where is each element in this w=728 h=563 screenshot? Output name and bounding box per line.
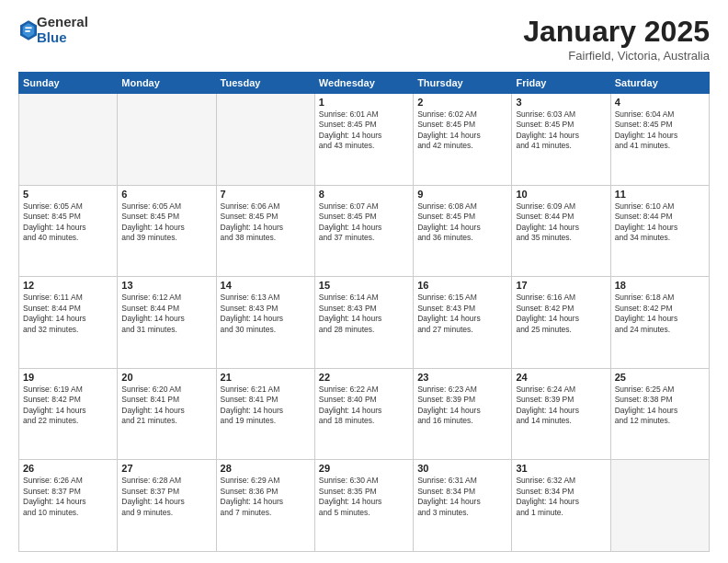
day-number: 2: [417, 97, 507, 108]
col-thursday: Thursday: [414, 73, 512, 94]
col-sunday: Sunday: [19, 73, 118, 94]
day-number: 12: [23, 280, 113, 291]
day-number: 19: [23, 372, 113, 383]
table-row: 16Sunrise: 6:15 AMSunset: 8:43 PMDayligh…: [414, 277, 512, 369]
table-row: [118, 94, 216, 186]
table-row: 15Sunrise: 6:14 AMSunset: 8:43 PMDayligh…: [314, 277, 413, 369]
col-friday: Friday: [512, 73, 610, 94]
table-row: 19Sunrise: 6:19 AMSunset: 8:42 PMDayligh…: [19, 368, 118, 460]
table-row: [19, 94, 118, 186]
col-monday: Monday: [118, 73, 216, 94]
day-number: 4: [615, 97, 705, 108]
cell-info: Sunrise: 6:04 AMSunset: 8:45 PMDaylight:…: [615, 109, 705, 152]
table-row: 22Sunrise: 6:22 AMSunset: 8:40 PMDayligh…: [314, 368, 413, 460]
day-number: 30: [417, 463, 507, 474]
table-row: 10Sunrise: 6:09 AMSunset: 8:44 PMDayligh…: [512, 185, 610, 277]
table-row: 1Sunrise: 6:01 AMSunset: 8:45 PMDaylight…: [314, 94, 413, 186]
table-row: 7Sunrise: 6:06 AMSunset: 8:45 PMDaylight…: [216, 185, 314, 277]
table-row: 18Sunrise: 6:18 AMSunset: 8:42 PMDayligh…: [610, 277, 709, 369]
cell-info: Sunrise: 6:10 AMSunset: 8:44 PMDaylight:…: [615, 201, 705, 244]
cell-info: Sunrise: 6:09 AMSunset: 8:44 PMDaylight:…: [516, 201, 606, 244]
table-row: 4Sunrise: 6:04 AMSunset: 8:45 PMDaylight…: [610, 94, 709, 186]
logo: General Blue: [18, 15, 88, 45]
day-number: 5: [23, 189, 113, 200]
table-row: 17Sunrise: 6:16 AMSunset: 8:42 PMDayligh…: [512, 277, 610, 369]
table-row: 13Sunrise: 6:12 AMSunset: 8:44 PMDayligh…: [118, 277, 216, 369]
day-number: 10: [516, 189, 606, 200]
header: General Blue January 2025 Fairfield, Vic…: [18, 15, 710, 63]
table-row: 8Sunrise: 6:07 AMSunset: 8:45 PMDaylight…: [314, 185, 413, 277]
day-number: 27: [121, 463, 211, 474]
day-number: 9: [417, 189, 507, 200]
table-row: 21Sunrise: 6:21 AMSunset: 8:41 PMDayligh…: [216, 368, 314, 460]
cell-info: Sunrise: 6:08 AMSunset: 8:45 PMDaylight:…: [417, 201, 507, 244]
table-row: 28Sunrise: 6:29 AMSunset: 8:36 PMDayligh…: [216, 460, 314, 552]
table-row: 31Sunrise: 6:32 AMSunset: 8:34 PMDayligh…: [512, 460, 610, 552]
cell-info: Sunrise: 6:16 AMSunset: 8:42 PMDaylight:…: [516, 293, 606, 335]
day-number: 6: [121, 189, 211, 200]
day-number: 16: [417, 280, 507, 291]
calendar-week-row: 12Sunrise: 6:11 AMSunset: 8:44 PMDayligh…: [19, 277, 710, 369]
day-number: 29: [319, 463, 409, 474]
day-number: 23: [417, 372, 507, 383]
calendar-week-row: 19Sunrise: 6:19 AMSunset: 8:42 PMDayligh…: [19, 368, 710, 460]
cell-info: Sunrise: 6:21 AMSunset: 8:41 PMDaylight:…: [221, 385, 311, 427]
day-number: 1: [319, 97, 409, 108]
table-row: 27Sunrise: 6:28 AMSunset: 8:37 PMDayligh…: [118, 460, 216, 552]
day-number: 7: [221, 189, 311, 200]
cell-info: Sunrise: 6:23 AMSunset: 8:39 PMDaylight:…: [417, 385, 507, 427]
table-row: 25Sunrise: 6:25 AMSunset: 8:38 PMDayligh…: [610, 368, 709, 460]
day-number: 8: [319, 189, 409, 200]
day-number: 28: [221, 463, 311, 474]
table-row: [216, 94, 314, 186]
day-number: 3: [516, 97, 606, 108]
title-block: January 2025 Fairfield, Victoria, Austra…: [523, 15, 710, 63]
day-number: 26: [23, 463, 113, 474]
cell-info: Sunrise: 6:11 AMSunset: 8:44 PMDaylight:…: [23, 293, 113, 335]
day-number: 15: [319, 280, 409, 291]
cell-info: Sunrise: 6:31 AMSunset: 8:34 PMDaylight:…: [417, 476, 507, 518]
cell-info: Sunrise: 6:24 AMSunset: 8:39 PMDaylight:…: [516, 385, 606, 427]
cell-info: Sunrise: 6:06 AMSunset: 8:45 PMDaylight:…: [221, 201, 311, 244]
table-row: 9Sunrise: 6:08 AMSunset: 8:45 PMDaylight…: [414, 185, 512, 277]
cell-info: Sunrise: 6:14 AMSunset: 8:43 PMDaylight:…: [319, 293, 409, 335]
cell-info: Sunrise: 6:28 AMSunset: 8:37 PMDaylight:…: [121, 476, 211, 518]
table-row: 3Sunrise: 6:03 AMSunset: 8:45 PMDaylight…: [512, 94, 610, 186]
calendar-week-row: 26Sunrise: 6:26 AMSunset: 8:37 PMDayligh…: [19, 460, 710, 552]
calendar-table: Sunday Monday Tuesday Wednesday Thursday…: [18, 72, 710, 552]
cell-info: Sunrise: 6:07 AMSunset: 8:45 PMDaylight:…: [319, 201, 409, 244]
cell-info: Sunrise: 6:22 AMSunset: 8:40 PMDaylight:…: [319, 385, 409, 427]
day-number: 21: [221, 372, 311, 383]
table-row: 30Sunrise: 6:31 AMSunset: 8:34 PMDayligh…: [414, 460, 512, 552]
cell-info: Sunrise: 6:02 AMSunset: 8:45 PMDaylight:…: [417, 109, 507, 152]
table-row: 12Sunrise: 6:11 AMSunset: 8:44 PMDayligh…: [19, 277, 118, 369]
table-row: 24Sunrise: 6:24 AMSunset: 8:39 PMDayligh…: [512, 368, 610, 460]
logo-blue-text: Blue: [37, 30, 88, 46]
cell-info: Sunrise: 6:19 AMSunset: 8:42 PMDaylight:…: [23, 385, 113, 427]
logo-general-text: General: [37, 15, 88, 30]
location: Fairfield, Victoria, Australia: [523, 49, 710, 63]
cell-info: Sunrise: 6:29 AMSunset: 8:36 PMDaylight:…: [221, 476, 311, 518]
day-number: 17: [516, 280, 606, 291]
month-title: January 2025: [523, 15, 710, 49]
cell-info: Sunrise: 6:15 AMSunset: 8:43 PMDaylight:…: [417, 293, 507, 335]
cell-info: Sunrise: 6:30 AMSunset: 8:35 PMDaylight:…: [319, 476, 409, 518]
day-number: 24: [516, 372, 606, 383]
day-number: 31: [516, 463, 606, 474]
table-row: 2Sunrise: 6:02 AMSunset: 8:45 PMDaylight…: [414, 94, 512, 186]
logo-text: General Blue: [37, 15, 88, 45]
cell-info: Sunrise: 6:13 AMSunset: 8:43 PMDaylight:…: [221, 293, 311, 335]
table-row: 5Sunrise: 6:05 AMSunset: 8:45 PMDaylight…: [19, 185, 118, 277]
day-number: 13: [121, 280, 211, 291]
day-number: 22: [319, 372, 409, 383]
cell-info: Sunrise: 6:32 AMSunset: 8:34 PMDaylight:…: [516, 476, 606, 518]
calendar-week-row: 5Sunrise: 6:05 AMSunset: 8:45 PMDaylight…: [19, 185, 710, 277]
cell-info: Sunrise: 6:20 AMSunset: 8:41 PMDaylight:…: [121, 385, 211, 427]
col-saturday: Saturday: [610, 73, 709, 94]
day-number: 18: [615, 280, 705, 291]
day-number: 25: [615, 372, 705, 383]
cell-info: Sunrise: 6:12 AMSunset: 8:44 PMDaylight:…: [121, 293, 211, 335]
table-row: 26Sunrise: 6:26 AMSunset: 8:37 PMDayligh…: [19, 460, 118, 552]
day-number: 11: [615, 189, 705, 200]
table-row: 14Sunrise: 6:13 AMSunset: 8:43 PMDayligh…: [216, 277, 314, 369]
